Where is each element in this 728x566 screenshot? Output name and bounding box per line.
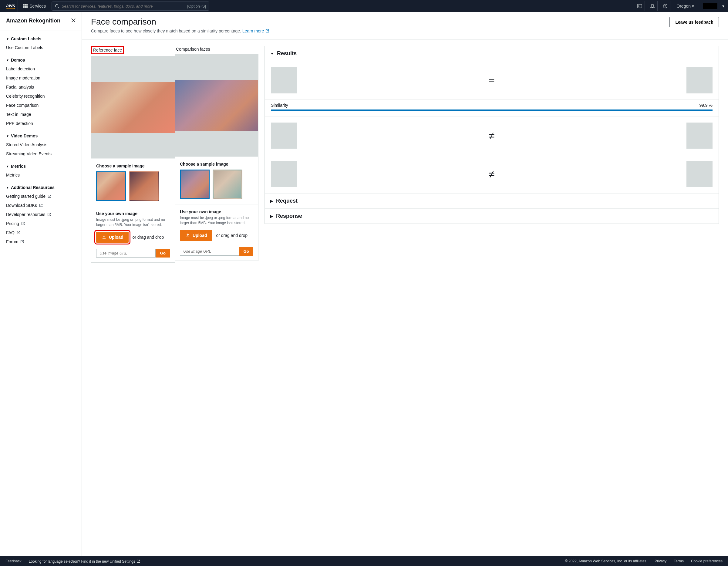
external-link-icon (21, 221, 25, 226)
sidebar-section-demos[interactable]: ▼Demos (6, 58, 76, 62)
sidebar-item-stored-video-analysis[interactable]: Stored Video Analysis (6, 140, 76, 149)
comparison-drag-text: or drag and drop (216, 233, 248, 238)
results-panel: ▼ Results = Similarity 99.9 % (265, 46, 719, 224)
comparison-upload-button[interactable]: Upload (180, 230, 212, 241)
comparison-preview (175, 55, 258, 157)
reference-sample-thumb-1[interactable] (96, 171, 126, 201)
sidebar-close-button[interactable] (71, 18, 76, 23)
reference-face-panel: Reference face Choose a sample image (91, 46, 175, 263)
sidebar-section-video-demos[interactable]: ▼Video Demos (6, 133, 76, 138)
svg-point-4 (665, 7, 665, 7)
comparison-sample-heading: Choose a sample image (180, 162, 253, 167)
sidebar-item-streaming-video-events[interactable]: Streaming Video Events (6, 149, 76, 158)
search-input[interactable] (62, 4, 185, 8)
svg-point-0 (56, 5, 58, 7)
reference-sample-thumb-2[interactable] (129, 171, 159, 201)
help-button[interactable] (660, 1, 670, 11)
sidebar: Amazon Rekognition ▼Custom Labels Use Cu… (0, 12, 82, 556)
caret-down-icon: ▼ (270, 52, 274, 56)
sidebar-item-facial-analysis[interactable]: Facial analysis (6, 83, 76, 92)
sidebar-title: Amazon Rekognition (6, 18, 60, 24)
cloudshell-icon (637, 4, 642, 8)
similarity-value: 99.9 % (699, 103, 713, 108)
sidebar-section-custom-labels[interactable]: ▼Custom Labels (6, 36, 76, 41)
result-nomatch-1: ≠ (265, 116, 719, 155)
sidebar-item-label-detection[interactable]: Label detection (6, 64, 76, 73)
not-equals-icon: ≠ (486, 168, 498, 180)
sidebar-item-use-custom-labels[interactable]: Use Custom Labels (6, 43, 76, 52)
reference-own-heading: Use your own image (96, 211, 170, 216)
comparison-url-go-button[interactable]: Go (239, 247, 253, 256)
similarity-bar (271, 109, 713, 111)
main-content: Face comparison Compare faces to see how… (82, 12, 728, 556)
similarity-label: Similarity (271, 103, 288, 108)
request-toggle[interactable]: ▶ Request (265, 193, 719, 209)
search-shortcut-hint: [Option+S] (187, 4, 206, 8)
reference-drag-text: or drag and drop (132, 235, 164, 240)
services-menu-button[interactable]: Services (20, 0, 49, 12)
result-source-face (271, 123, 297, 149)
sidebar-item-pricing[interactable]: Pricing (6, 219, 76, 228)
comparison-url-input[interactable] (180, 247, 239, 256)
notifications-button[interactable] (647, 1, 658, 11)
bell-icon (650, 4, 655, 8)
external-link-icon (47, 194, 52, 198)
response-toggle[interactable]: ▶ Response (265, 209, 719, 224)
sidebar-item-faq[interactable]: FAQ (6, 228, 76, 237)
region-selector[interactable]: Oregon ▾ (673, 0, 698, 12)
aws-logo[interactable]: aws (4, 0, 18, 12)
caret-down-icon: ▾ (722, 4, 724, 8)
reference-preview (91, 56, 175, 158)
caret-right-icon: ▶ (270, 214, 273, 218)
sidebar-item-ppe-detection[interactable]: PPE detection (6, 119, 76, 128)
top-navigation: aws Services [Option+S] Oregon ▾ ▾ (0, 0, 728, 12)
result-source-face (271, 161, 297, 187)
external-link-icon (20, 240, 24, 244)
page-description: Compare faces to see how closely they ma… (91, 29, 269, 33)
account-menu[interactable] (703, 3, 717, 9)
svg-line-1 (58, 7, 59, 8)
caret-right-icon: ▶ (270, 199, 273, 203)
sidebar-section-additional-resources[interactable]: ▼Additional Resources (6, 185, 76, 190)
reference-url-go-button[interactable]: Go (156, 249, 170, 258)
results-toggle[interactable]: ▼ Results (265, 46, 719, 61)
cloudshell-button[interactable] (635, 1, 645, 11)
result-target-face (686, 161, 713, 187)
caret-down-icon: ▾ (692, 4, 694, 8)
reference-sample-heading: Choose a sample image (96, 163, 170, 168)
reference-url-input[interactable] (96, 249, 156, 258)
upload-icon (185, 233, 190, 238)
leave-feedback-button[interactable]: Leave us feedback (669, 17, 719, 27)
sidebar-item-developer-resources[interactable]: Developer resources (6, 210, 76, 219)
sidebar-item-metrics[interactable]: Metrics (6, 170, 76, 180)
sidebar-item-forum[interactable]: Forum (6, 237, 76, 246)
external-link-icon (39, 203, 43, 207)
sidebar-item-getting-started-guide[interactable]: Getting started guide (6, 192, 76, 201)
sidebar-item-download-sdks[interactable]: Download SDKs (6, 201, 76, 210)
page-title: Face comparison (91, 17, 269, 27)
result-source-face (271, 67, 297, 93)
comparison-sample-thumb-2[interactable] (213, 170, 242, 199)
reference-face-label: Reference face (91, 46, 124, 54)
equals-icon: = (486, 75, 498, 86)
sidebar-section-metrics[interactable]: ▼Metrics (6, 164, 76, 169)
sidebar-item-text-in-image[interactable]: Text in image (6, 110, 76, 119)
learn-more-link[interactable]: Learn more (242, 29, 269, 33)
comparison-preview-image (175, 80, 258, 131)
result-target-face (686, 67, 713, 93)
comparison-sample-thumb-1[interactable] (180, 170, 210, 199)
external-link-icon (16, 231, 21, 235)
sidebar-item-face-comparison[interactable]: Face comparison (6, 101, 76, 110)
comparison-own-hint: Image must be .jpeg or .png format and n… (180, 215, 253, 226)
reference-preview-image (91, 82, 175, 133)
global-search[interactable]: [Option+S] (52, 2, 209, 11)
reference-upload-button[interactable]: Upload (96, 232, 129, 243)
result-match-1: = Similarity 99.9 % (265, 61, 719, 116)
caret-down-icon: ▼ (6, 59, 9, 62)
sidebar-item-image-moderation[interactable]: Image moderation (6, 73, 76, 83)
search-icon (55, 4, 59, 8)
caret-down-icon: ▼ (6, 165, 9, 168)
comparison-faces-label: Comparison faces (175, 46, 211, 52)
sidebar-item-celebrity-recognition[interactable]: Celebrity recognition (6, 92, 76, 101)
caret-down-icon: ▼ (6, 37, 9, 41)
